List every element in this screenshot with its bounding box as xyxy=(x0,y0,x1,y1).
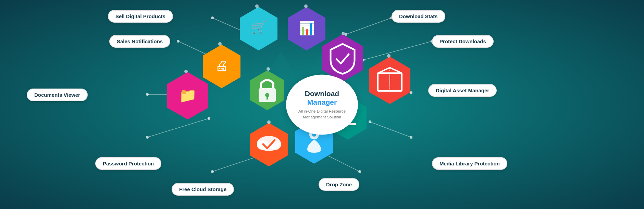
subtitle-line2: Management Solution xyxy=(303,115,341,119)
svg-point-41 xyxy=(265,93,269,97)
center-card: Download Manager All in-One Digital Reso… xyxy=(286,74,358,135)
svg-text:📁: 📁 xyxy=(179,87,197,104)
svg-point-63 xyxy=(255,4,259,8)
svg-point-65 xyxy=(218,42,222,46)
svg-text:🛒: 🛒 xyxy=(251,20,267,35)
svg-point-25 xyxy=(177,40,179,43)
svg-point-68 xyxy=(387,54,391,58)
svg-point-14 xyxy=(345,33,347,36)
label-documents-viewer: Documents Viewer xyxy=(27,89,88,101)
label-media-library: Media Library Protection xyxy=(432,157,507,170)
label-digital-asset: Digital Asset Manager xyxy=(428,84,497,97)
subtitle-line1: All in-One Digital Resource xyxy=(298,109,346,113)
label-sales-notifications: Sales Notifications xyxy=(109,35,170,48)
svg-point-30 xyxy=(410,136,412,139)
label-download-stats: Download Stats xyxy=(392,10,445,23)
label-drop-zone: Drop Zone xyxy=(319,178,359,191)
svg-point-32 xyxy=(358,170,361,173)
main-scene: 🛒 📊 🖨 📁 xyxy=(0,0,644,209)
svg-point-66 xyxy=(184,70,188,73)
title-regular: Download xyxy=(305,89,339,97)
svg-point-31 xyxy=(211,170,214,173)
svg-point-27 xyxy=(146,93,149,96)
svg-point-70 xyxy=(267,120,271,124)
title-highlight: Manager xyxy=(307,98,337,106)
svg-point-67 xyxy=(342,32,345,35)
label-protect-downloads: Protect Downloads xyxy=(432,35,494,48)
svg-point-64 xyxy=(304,4,308,8)
app-subtitle: All in-One Digital Resource Management S… xyxy=(298,108,346,120)
svg-point-29 xyxy=(146,136,149,139)
svg-point-72 xyxy=(267,67,270,71)
app-title: Download Manager xyxy=(293,89,351,106)
svg-text:🖨: 🖨 xyxy=(215,59,228,73)
svg-point-19 xyxy=(208,117,210,120)
label-sell-digital: Sell Digital Products xyxy=(108,10,173,23)
svg-point-23 xyxy=(211,16,214,19)
label-password-protection: Password Protection xyxy=(95,157,161,170)
svg-text:📊: 📊 xyxy=(299,20,315,36)
label-free-cloud: Free Cloud Storage xyxy=(172,183,234,196)
svg-point-20 xyxy=(369,120,371,123)
